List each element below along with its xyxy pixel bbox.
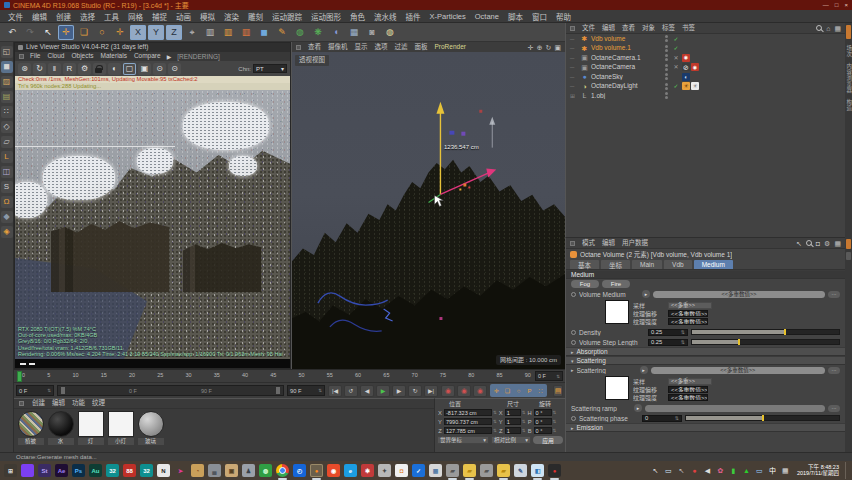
material-menu-item[interactable]: 纹理: [92, 400, 105, 407]
rotate-tool-icon[interactable]: ○: [94, 25, 110, 40]
points-mode-icon[interactable]: ∷: [1, 106, 13, 118]
material-picker-icon[interactable]: ⊙: [168, 63, 181, 75]
notepad-app-icon[interactable]: N: [157, 464, 170, 477]
scattering-section-header[interactable]: ▾ Scattering: [566, 356, 845, 365]
object-item-1-obj[interactable]: ⊞ Ŀ 1.obj: [566, 91, 845, 101]
stepper-icon[interactable]: ⇅: [47, 388, 51, 393]
lv-gear-icon[interactable]: ⚙: [78, 63, 91, 75]
clay-mode-icon[interactable]: ◐: [108, 63, 121, 75]
cinema4d-icon[interactable]: ●: [310, 464, 323, 477]
volume-step-length-slider[interactable]: [691, 339, 840, 345]
absorption-section-header[interactable]: ▸ Absorption: [566, 347, 845, 356]
render-view-icon[interactable]: ▥: [202, 25, 218, 40]
disabled-tag-icon[interactable]: ⊘: [682, 63, 690, 71]
scattering-ramp-field[interactable]: [645, 405, 825, 412]
menu-item[interactable]: 角色: [350, 11, 365, 22]
model-mode-icon[interactable]: ◼: [1, 61, 13, 73]
show-desktop-button[interactable]: [845, 462, 848, 479]
tool-app-icon[interactable]: ✦: [378, 464, 391, 477]
menu-item[interactable]: 选择: [80, 11, 95, 22]
live-viewer-menu-item[interactable]: Objects: [71, 53, 93, 60]
object-manager-menu-item[interactable]: 编辑: [602, 25, 615, 32]
menu-item[interactable]: Octane: [475, 12, 499, 21]
add-cube-icon[interactable]: ◼: [256, 25, 272, 40]
grey-ship-app-icon[interactable]: ▰: [446, 464, 459, 477]
browse-button[interactable]: ···: [828, 367, 840, 374]
axis-mode-icon[interactable]: L: [1, 151, 13, 163]
timeline-playhead[interactable]: [17, 371, 22, 382]
material-thumbnail[interactable]: [108, 411, 134, 437]
live-viewer-menu-item[interactable]: Compare: [134, 53, 161, 60]
filter-icon[interactable]: ▦: [834, 25, 841, 32]
visibility-dots[interactable]: [665, 92, 668, 100]
pause-render-icon[interactable]: ‖: [48, 63, 61, 75]
material-item[interactable]: 灯: [77, 411, 104, 445]
tray-pen-icon[interactable]: ↖: [676, 464, 687, 477]
stepper-icon[interactable]: ⇅: [522, 428, 526, 433]
add-environment-icon[interactable]: ▦: [346, 25, 362, 40]
last-tool-icon[interactable]: ✛: [112, 25, 128, 40]
visibility-dots[interactable]: [665, 44, 668, 52]
globe-pen-app-icon[interactable]: ✎: [514, 464, 527, 477]
workplane-snap-icon[interactable]: ◆: [1, 211, 13, 223]
grey-ship2-app-icon[interactable]: ▰: [480, 464, 493, 477]
render-picture-viewer-icon[interactable]: ▥: [220, 25, 236, 40]
attribute-menu-item[interactable]: 编辑: [602, 240, 615, 247]
menu-item[interactable]: X-Particles: [430, 12, 466, 21]
redo-icon[interactable]: ↷: [22, 25, 38, 40]
video-app2-icon[interactable]: 32: [140, 464, 153, 477]
live-viewer-menu-item[interactable]: Cloud: [47, 53, 64, 60]
visibility-dots[interactable]: [665, 54, 668, 62]
tray-monitor-icon[interactable]: ▭: [754, 464, 765, 477]
window-titlebar[interactable]: CINEMA 4D R19.068 Studio (RC - R19) - [3…: [0, 0, 852, 10]
image-app-icon[interactable]: ▩: [429, 464, 442, 477]
timeline-start-field[interactable]: 0 F⇅: [16, 385, 54, 396]
red-grid-app-icon[interactable]: 88: [123, 464, 136, 477]
link-arrow-icon[interactable]: ▸: [642, 290, 650, 298]
start-button[interactable]: ⊞: [4, 464, 17, 477]
quantize-icon[interactable]: ◈: [1, 226, 13, 238]
prev-frame-button[interactable]: ◀: [360, 385, 374, 397]
goto-start-button[interactable]: |◀: [328, 385, 342, 397]
attribute-menu-item[interactable]: 模式: [582, 240, 595, 247]
restart-render-icon[interactable]: ↻: [33, 63, 46, 75]
viewport-toggle-icon[interactable]: ▣: [554, 44, 561, 51]
camera-tag-icon[interactable]: ◉: [691, 63, 699, 71]
add-deformer-icon[interactable]: ◖: [328, 25, 344, 40]
attribute-menu-item[interactable]: 用户数据: [622, 240, 648, 247]
object-item-octane-daylight[interactable]: ─ ◑ OctaneDayLight ✓ ☀ ☀: [566, 82, 845, 92]
viewport-menu-item[interactable]: 摄像机: [328, 44, 348, 51]
dock-tab-content-browser[interactable]: 内容浏览器: [846, 63, 852, 93]
rotation-field[interactable]: 0 °: [534, 427, 552, 434]
timeline-ruler[interactable]: 051015202530354045505560657075808590 0 F…: [14, 370, 565, 383]
material-thumbnail[interactable]: [78, 411, 104, 437]
viewport-rotate-icon[interactable]: ↻: [546, 44, 552, 51]
pink-cursor-app-icon[interactable]: ➤: [174, 464, 187, 477]
orange-pin-app-icon[interactable]: ◉: [327, 464, 340, 477]
key-rotation-toggle[interactable]: ○: [513, 385, 524, 396]
object-item-vdb-volume-1[interactable]: ─ ✱ Vdb volume.1 ✓: [566, 44, 845, 54]
key-position-toggle[interactable]: ✛: [491, 385, 502, 396]
rotation-field[interactable]: 0 °: [534, 418, 552, 425]
octane-settings-icon[interactable]: ⊛: [18, 63, 31, 75]
viewport-menu-item[interactable]: 过滤: [395, 44, 408, 51]
material-thumbnail[interactable]: [138, 411, 164, 437]
stepper-icon[interactable]: ⇅: [553, 410, 557, 415]
render-settings-icon[interactable]: ▥: [238, 25, 254, 40]
object-item-octane-camera[interactable]: ─ ▣ OctaneCamera ✕ ⊘ ◉: [566, 63, 845, 73]
loop-button[interactable]: ↺: [344, 385, 358, 397]
tray-volume-icon[interactable]: ◀: [702, 464, 713, 477]
sun-tag-icon[interactable]: ☀: [682, 82, 690, 90]
workplane-mode-icon[interactable]: ▤: [1, 91, 13, 103]
object-manager-menu-item[interactable]: 标签: [662, 25, 675, 32]
position-field[interactable]: -817.323 cm: [444, 409, 492, 416]
cursor-icon[interactable]: ↖: [796, 240, 802, 247]
convert-object-icon[interactable]: ◱: [1, 46, 13, 58]
channel-select[interactable]: PT▾: [253, 64, 287, 73]
density-field[interactable]: 0.25⇅: [648, 329, 688, 336]
stepper-icon[interactable]: ⇅: [675, 415, 679, 421]
live-viewer-titlebar[interactable]: Live Viewer Studio V4.04-R2 (31 days lef…: [15, 43, 290, 52]
disable-cross[interactable]: ✕: [672, 55, 680, 61]
viewport-menu-item[interactable]: 显示: [355, 44, 368, 51]
live-viewer-menu-checkbox[interactable]: [19, 54, 24, 59]
